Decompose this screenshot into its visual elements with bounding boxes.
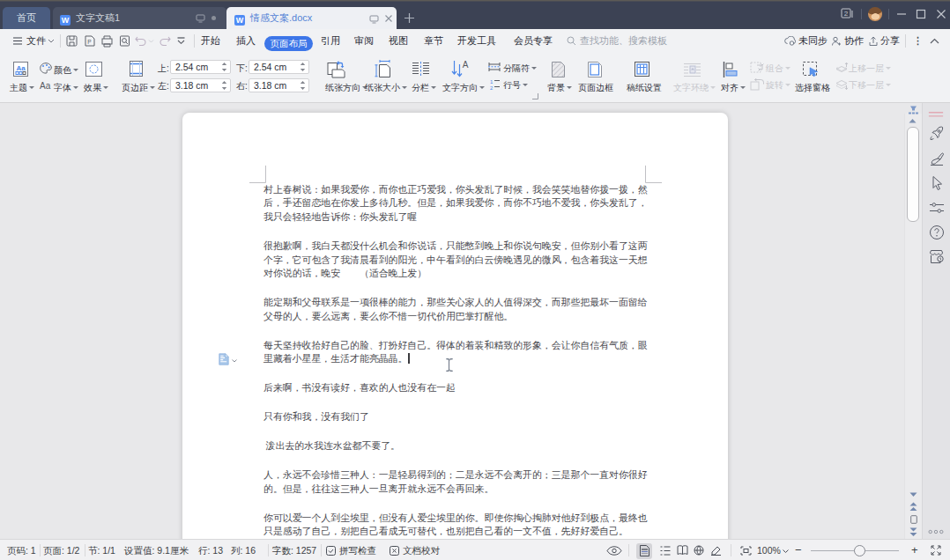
- svg-text:2: 2: [844, 10, 849, 18]
- svg-text:A: A: [463, 60, 469, 70]
- svg-text:1: 1: [490, 79, 494, 85]
- svg-text:Aa: Aa: [16, 64, 26, 72]
- svg-text:2: 2: [490, 85, 494, 91]
- svg-text:P: P: [87, 39, 91, 45]
